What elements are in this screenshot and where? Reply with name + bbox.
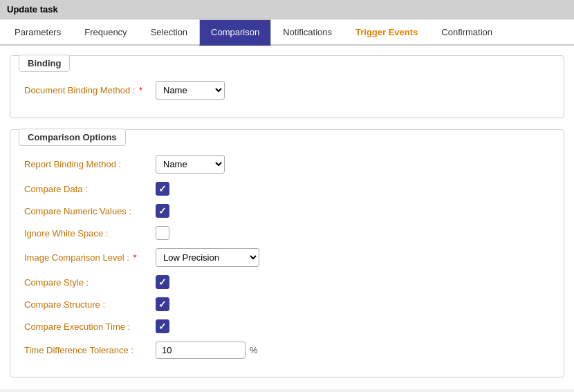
image-comparison-level-select[interactable]: Low Precision Medium Precision High Prec… xyxy=(156,248,259,267)
tab-parameters[interactable]: Parameters xyxy=(3,19,73,46)
required-star-2: * xyxy=(133,252,136,263)
tab-selection[interactable]: Selection xyxy=(139,19,199,46)
compare-structure-label: Compare Structure : xyxy=(24,299,156,310)
tab-bar: Parameters Frequency Selection Compariso… xyxy=(0,19,574,46)
comparison-options-title: Comparison Options xyxy=(19,129,126,146)
ignore-whitespace-row: Ignore White Space : xyxy=(24,226,550,240)
compare-execution-time-checkmark: ✓ xyxy=(158,321,167,331)
compare-data-label: Compare Data : xyxy=(24,184,156,194)
image-comparison-level-row: Image Comparison Level : * Low Precision… xyxy=(24,248,550,267)
report-binding-method-label: Report Binding Method : xyxy=(24,159,156,169)
compare-execution-time-checkbox[interactable]: ✓ xyxy=(156,319,169,333)
time-diff-tolerance-label: Time Difference Tolerance : xyxy=(24,345,156,355)
tab-trigger-events[interactable]: Trigger Events xyxy=(344,19,429,46)
compare-data-checkmark: ✓ xyxy=(158,184,167,194)
doc-binding-method-label: Document Binding Method : * xyxy=(24,85,156,95)
report-binding-method-select[interactable]: Name ID Path xyxy=(156,155,225,174)
compare-style-checkbox[interactable]: ✓ xyxy=(156,275,169,289)
time-diff-tolerance-row: Time Difference Tolerance : % xyxy=(24,342,550,359)
compare-style-label: Compare Style : xyxy=(24,277,156,288)
compare-style-checkmark: ✓ xyxy=(158,277,167,287)
time-diff-tolerance-unit: % xyxy=(250,345,258,355)
compare-numeric-checkbox[interactable]: ✓ xyxy=(156,204,169,218)
compare-data-row: Compare Data : ✓ xyxy=(24,182,550,196)
binding-section-title: Binding xyxy=(19,55,70,72)
title-bar: Update task xyxy=(0,0,574,19)
time-diff-tolerance-input[interactable] xyxy=(156,342,246,359)
ignore-whitespace-checkbox[interactable] xyxy=(156,226,169,240)
compare-style-row: Compare Style : ✓ xyxy=(24,275,550,289)
binding-section: Binding Document Binding Method : * Name… xyxy=(10,55,564,118)
ignore-whitespace-label: Ignore White Space : xyxy=(24,228,156,239)
title-text: Update task xyxy=(7,4,58,15)
doc-binding-method-select[interactable]: Name ID Path xyxy=(156,81,225,100)
compare-execution-time-label: Compare Execution Time : xyxy=(24,321,156,332)
tab-frequency[interactable]: Frequency xyxy=(73,19,138,46)
compare-structure-checkmark: ✓ xyxy=(158,299,167,309)
image-comparison-level-label: Image Comparison Level : * xyxy=(24,252,156,263)
doc-binding-method-row: Document Binding Method : * Name ID Path xyxy=(24,81,550,100)
compare-structure-row: Compare Structure : ✓ xyxy=(24,297,550,311)
required-star-1: * xyxy=(139,85,142,95)
main-content: Binding Document Binding Method : * Name… xyxy=(0,46,574,389)
tab-comparison[interactable]: Comparison xyxy=(199,19,271,46)
compare-structure-checkbox[interactable]: ✓ xyxy=(156,297,169,311)
compare-data-checkbox[interactable]: ✓ xyxy=(156,182,169,196)
report-binding-method-row: Report Binding Method : Name ID Path xyxy=(24,155,550,174)
compare-numeric-checkmark: ✓ xyxy=(158,206,167,216)
compare-numeric-row: Compare Numeric Values : ✓ xyxy=(24,204,550,218)
comparison-options-section: Comparison Options Report Binding Method… xyxy=(10,129,564,377)
tab-confirmation[interactable]: Confirmation xyxy=(429,19,504,46)
compare-numeric-label: Compare Numeric Values : xyxy=(24,206,156,216)
tab-notifications[interactable]: Notifications xyxy=(271,19,344,46)
compare-execution-time-row: Compare Execution Time : ✓ xyxy=(24,319,550,333)
